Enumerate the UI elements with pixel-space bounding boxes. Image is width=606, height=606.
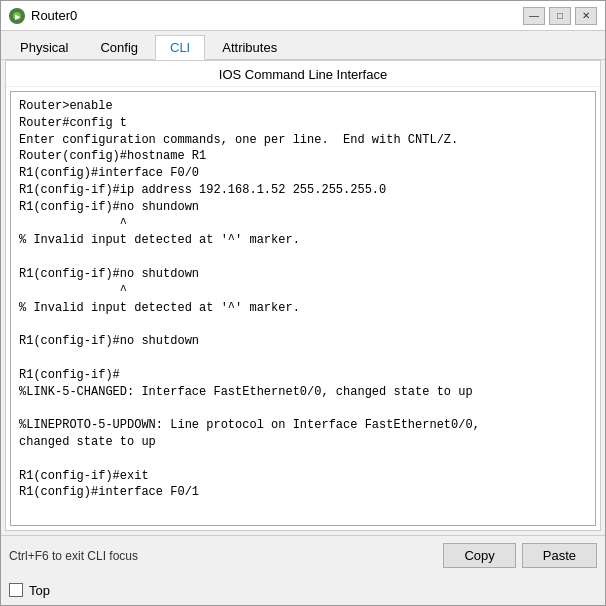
window-controls: — □ ✕ bbox=[523, 7, 597, 25]
title-bar: ▶ Router0 — □ ✕ bbox=[1, 1, 605, 31]
action-buttons: Copy Paste bbox=[443, 543, 597, 568]
tab-physical[interactable]: Physical bbox=[5, 35, 83, 59]
copy-button[interactable]: Copy bbox=[443, 543, 515, 568]
cli-terminal-wrapper: Router>enable Router#config t Enter conf… bbox=[6, 87, 600, 530]
bottom-bar: Ctrl+F6 to exit CLI focus Copy Paste bbox=[1, 535, 605, 575]
top-label: Top bbox=[29, 583, 50, 598]
window-title: Router0 bbox=[31, 8, 523, 23]
main-content: IOS Command Line Interface Router>enable… bbox=[5, 60, 601, 531]
footer: Top bbox=[1, 575, 605, 605]
close-button[interactable]: ✕ bbox=[575, 7, 597, 25]
paste-button[interactable]: Paste bbox=[522, 543, 597, 568]
tab-attributes[interactable]: Attributes bbox=[207, 35, 292, 59]
maximize-button[interactable]: □ bbox=[549, 7, 571, 25]
tab-cli[interactable]: CLI bbox=[155, 35, 205, 60]
cli-focus-hint: Ctrl+F6 to exit CLI focus bbox=[9, 549, 443, 563]
tab-bar: Physical Config CLI Attributes bbox=[1, 31, 605, 60]
cli-terminal[interactable]: Router>enable Router#config t Enter conf… bbox=[10, 91, 596, 526]
window-icon: ▶ bbox=[9, 8, 25, 24]
cli-header: IOS Command Line Interface bbox=[6, 61, 600, 87]
top-checkbox[interactable] bbox=[9, 583, 23, 597]
router-window: ▶ Router0 — □ ✕ Physical Config CLI Attr… bbox=[0, 0, 606, 606]
tab-config[interactable]: Config bbox=[85, 35, 153, 59]
minimize-button[interactable]: — bbox=[523, 7, 545, 25]
